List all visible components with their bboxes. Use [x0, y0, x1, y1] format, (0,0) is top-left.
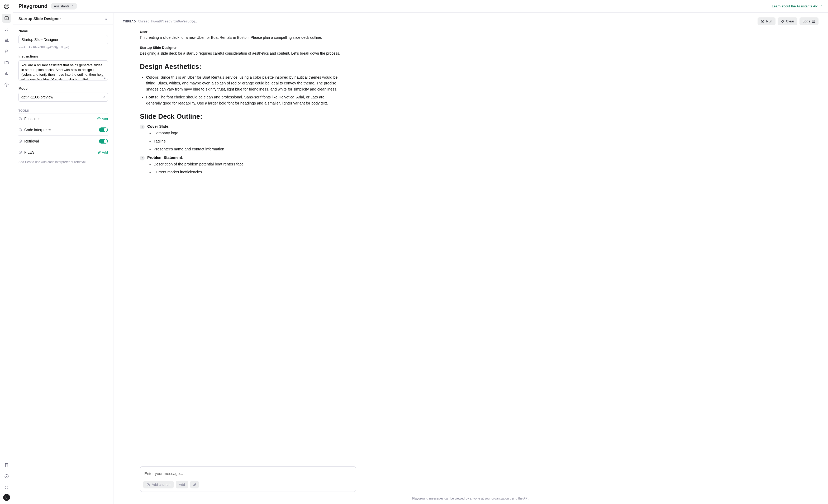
- rail-docs-icon[interactable]: [2, 461, 11, 470]
- name-label: Name: [18, 29, 108, 33]
- user-role-label: User: [140, 30, 340, 34]
- panel-icon: [812, 19, 815, 23]
- fonts-bullet: Fonts: The font choice should be clean a…: [146, 94, 340, 106]
- instructions-label: Instructions: [18, 54, 108, 58]
- rail-folder-icon[interactable]: [2, 58, 11, 67]
- chevron-updown-icon[interactable]: [104, 17, 108, 20]
- info-icon: [18, 128, 22, 132]
- instructions-textarea[interactable]: You are a brilliant assistant that helps…: [18, 60, 108, 81]
- svg-rect-6: [5, 51, 8, 53]
- clear-button[interactable]: Clear: [778, 17, 797, 25]
- tool-row-files: FILES Add: [18, 147, 108, 158]
- assistant-id: asst_tkXAOsXOUUUqpPCOQyofkgwQ: [18, 46, 108, 49]
- files-hint: Add files to use with code interpreter o…: [18, 160, 108, 164]
- thread-id: thread_HwoaBPjesgvfxuOwVerQqQqI: [138, 19, 197, 23]
- outline-item: 2 Problem Statement: Description of the …: [140, 156, 340, 175]
- svg-point-13: [7, 488, 8, 489]
- assistant-header-title: Startup Slide Designer: [18, 16, 61, 21]
- code-interpreter-label: Code interpreter: [24, 128, 97, 132]
- tool-row-code-interpreter: Code interpreter: [18, 124, 108, 135]
- code-interpreter-toggle[interactable]: [99, 127, 108, 132]
- add-and-run-button[interactable]: Add and run: [143, 481, 174, 489]
- page-title: Playground: [18, 3, 47, 9]
- logs-button[interactable]: Logs: [799, 17, 819, 25]
- svg-point-7: [6, 84, 7, 85]
- broom-icon: [781, 19, 784, 23]
- retrieval-label: Retrieval: [24, 139, 97, 143]
- svg-point-5: [7, 41, 8, 42]
- add-function-button[interactable]: Add: [97, 117, 108, 121]
- message-input[interactable]: [143, 470, 353, 480]
- paperclip-icon: [193, 483, 196, 487]
- svg-point-2: [6, 28, 7, 29]
- context-pill-label: Assistants: [54, 4, 70, 8]
- thread-label: THREAD: [123, 20, 136, 23]
- footer-note: Playground messages can be viewed by any…: [114, 495, 828, 504]
- user-message: User I'm creating a slide deck for a new…: [140, 30, 340, 40]
- assistant-message: Startup Slide Designer Designing a slide…: [140, 46, 340, 175]
- learn-link[interactable]: Learn about the Assistants API: [772, 4, 823, 8]
- info-icon: [18, 117, 22, 121]
- svg-point-4: [5, 40, 6, 41]
- add-button[interactable]: Add: [176, 481, 188, 489]
- rail-tune-icon[interactable]: [2, 36, 11, 45]
- add-file-button[interactable]: Add: [97, 151, 108, 154]
- assistant-intro: Designing a slide deck for a startup req…: [140, 51, 340, 56]
- context-pill[interactable]: Assistants: [51, 3, 77, 9]
- outline-heading: Slide Deck Outline:: [140, 113, 340, 121]
- info-icon: [18, 139, 22, 143]
- left-rail: L: [0, 0, 13, 504]
- message-composer: Add and run Add: [140, 466, 356, 492]
- user-avatar[interactable]: L: [3, 494, 10, 501]
- assistant-role-label: Startup Slide Designer: [140, 46, 340, 50]
- svg-rect-20: [812, 20, 815, 23]
- rail-apps-icon[interactable]: [2, 483, 11, 492]
- svg-point-11: [7, 486, 8, 487]
- play-icon: [147, 483, 150, 487]
- model-label: Model: [18, 87, 108, 90]
- retrieval-toggle[interactable]: [99, 139, 108, 143]
- rail-assistants-icon[interactable]: [2, 25, 11, 34]
- functions-label: Functions: [24, 117, 95, 121]
- rail-lock-icon[interactable]: [2, 47, 11, 56]
- info-icon: [18, 151, 22, 154]
- rail-settings-icon[interactable]: [2, 80, 11, 89]
- expand-icon[interactable]: [102, 76, 106, 79]
- play-icon: [761, 19, 764, 23]
- tool-row-retrieval: Retrieval: [18, 135, 108, 147]
- run-button[interactable]: Run: [757, 17, 776, 25]
- openai-logo: [3, 3, 10, 9]
- outline-item: 1 Cover Slide: Company logo Tagline Pres…: [140, 124, 340, 152]
- rail-help-icon[interactable]: [2, 472, 11, 481]
- tool-row-functions: Functions Add: [18, 113, 108, 124]
- design-heading: Design Aesthetics:: [140, 62, 340, 71]
- files-label: FILES: [24, 150, 95, 154]
- rail-usage-icon[interactable]: [2, 69, 11, 78]
- svg-point-10: [5, 486, 6, 487]
- svg-point-3: [7, 39, 7, 40]
- colors-bullet: Colors: Since this is an Uber for Boat R…: [146, 74, 340, 92]
- model-select[interactable]: [18, 93, 108, 101]
- tools-heading: TOOLS: [18, 109, 108, 112]
- topbar: Playground Assistants Learn about the As…: [13, 0, 828, 13]
- external-link-icon: [820, 5, 823, 8]
- user-message-text: I'm creating a slide deck for a new Uber…: [140, 35, 340, 40]
- assistant-sidebar: Startup Slide Designer Name asst_tkXAOsX…: [13, 13, 114, 504]
- chevron-updown-icon: [71, 5, 74, 8]
- assistant-name-input[interactable]: [18, 35, 108, 44]
- rail-playground-icon[interactable]: [2, 14, 11, 23]
- thread-content: THREAD thread_HwoaBPjesgvfxuOwVerQqQqI R…: [114, 13, 828, 504]
- attach-button[interactable]: [190, 481, 199, 489]
- svg-point-12: [5, 488, 6, 489]
